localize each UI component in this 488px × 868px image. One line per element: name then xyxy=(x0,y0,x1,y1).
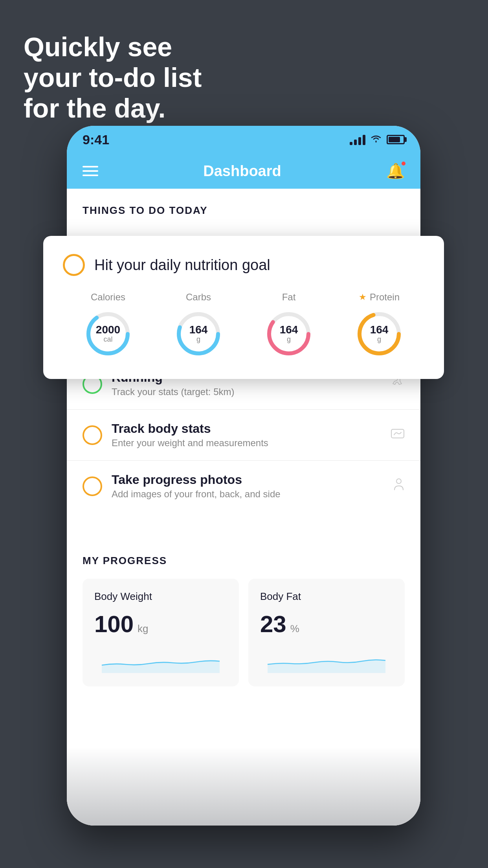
progress-section-header: MY PROGRESS xyxy=(83,555,405,567)
star-icon: ★ xyxy=(359,292,367,302)
svg-point-2 xyxy=(396,479,401,484)
nav-bar: Dashboard 🔔 xyxy=(67,153,420,189)
carbs-donut: 164 g xyxy=(173,308,224,359)
nav-title: Dashboard xyxy=(203,163,281,180)
body-fat-number: 23 xyxy=(260,611,286,638)
carbs-value: 164 xyxy=(189,324,208,335)
todo-subtitle-body-stats: Enter your weight and measurements xyxy=(112,438,381,449)
fat-label: Fat xyxy=(282,292,296,303)
calories-donut: 2000 cal xyxy=(83,308,134,359)
notification-bell-button[interactable]: 🔔 xyxy=(386,162,405,180)
nutrition-checkbox[interactable] xyxy=(63,254,85,276)
notification-dot xyxy=(401,161,406,166)
fat-donut: 164 g xyxy=(263,308,314,359)
body-weight-title: Body Weight xyxy=(94,590,227,603)
todo-title-body-stats: Track body stats xyxy=(112,421,381,436)
calories-label: Calories xyxy=(91,292,125,303)
protein-value: 164 xyxy=(370,324,389,335)
stat-protein: ★ Protein 164 g xyxy=(354,292,405,359)
todo-checkbox-body-stats[interactable] xyxy=(83,425,102,445)
carbs-label: Carbs xyxy=(186,292,211,303)
stat-carbs: Carbs 164 g xyxy=(173,292,224,359)
fat-unit: g xyxy=(280,335,298,344)
background-headline: Quickly see your to-do list for the day. xyxy=(24,31,202,124)
todo-checkbox-photos[interactable] xyxy=(83,476,102,496)
nutrition-card: Hit your daily nutrition goal Calories 2… xyxy=(43,236,444,379)
carbs-unit: g xyxy=(189,335,208,344)
body-fat-value: 23 % xyxy=(260,611,393,638)
todo-subtitle-running: Track your stats (target: 5km) xyxy=(112,386,380,397)
body-fat-chart xyxy=(260,649,393,673)
calories-unit: cal xyxy=(96,335,120,344)
status-time: 9:41 xyxy=(83,132,109,147)
body-fat-unit: % xyxy=(290,623,299,635)
status-bar: 9:41 xyxy=(67,126,420,153)
nutrition-card-header: Hit your daily nutrition goal xyxy=(63,254,424,276)
todo-list: Running Track your stats (target: 5km) T… xyxy=(67,358,420,511)
todo-title-photos: Take progress photos xyxy=(112,473,383,487)
body-fat-title: Body Fat xyxy=(260,590,393,603)
body-weight-unit: kg xyxy=(138,623,148,635)
todo-subtitle-photos: Add images of your front, back, and side xyxy=(112,489,383,500)
body-weight-number: 100 xyxy=(94,611,134,638)
protein-donut: 164 g xyxy=(354,308,405,359)
list-item[interactable]: Take progress photos Add images of your … xyxy=(67,460,420,511)
battery-icon xyxy=(387,135,405,144)
progress-cards: Body Weight 100 kg Body Fat 23 % xyxy=(83,579,405,686)
fat-value: 164 xyxy=(280,324,298,335)
body-weight-card[interactable]: Body Weight 100 kg xyxy=(83,579,239,686)
menu-button[interactable] xyxy=(83,166,98,176)
todo-text-body-stats: Track body stats Enter your weight and m… xyxy=(112,421,381,449)
status-icons xyxy=(350,134,405,145)
signal-icon xyxy=(350,134,365,145)
list-item[interactable]: Track body stats Enter your weight and m… xyxy=(67,409,420,460)
todo-section-header: THINGS TO DO TODAY xyxy=(67,189,420,224)
wifi-icon xyxy=(370,134,382,145)
todo-text-photos: Take progress photos Add images of your … xyxy=(112,473,383,500)
body-weight-chart xyxy=(94,649,227,673)
body-weight-value: 100 kg xyxy=(94,611,227,638)
scale-icon xyxy=(391,427,405,443)
protein-label: ★ Protein xyxy=(359,292,400,303)
stat-calories: Calories 2000 cal xyxy=(83,292,134,359)
nutrition-title: Hit your daily nutrition goal xyxy=(94,257,270,274)
body-fat-card[interactable]: Body Fat 23 % xyxy=(248,579,405,686)
phone-frame: 9:41 Da xyxy=(67,126,420,826)
person-icon xyxy=(393,478,405,495)
protein-unit: g xyxy=(370,335,389,344)
stat-fat: Fat 164 g xyxy=(263,292,314,359)
nutrition-stats: Calories 2000 cal Carbs xyxy=(63,292,424,359)
progress-section: MY PROGRESS Body Weight 100 kg B xyxy=(67,535,420,702)
calories-value: 2000 xyxy=(96,324,120,335)
